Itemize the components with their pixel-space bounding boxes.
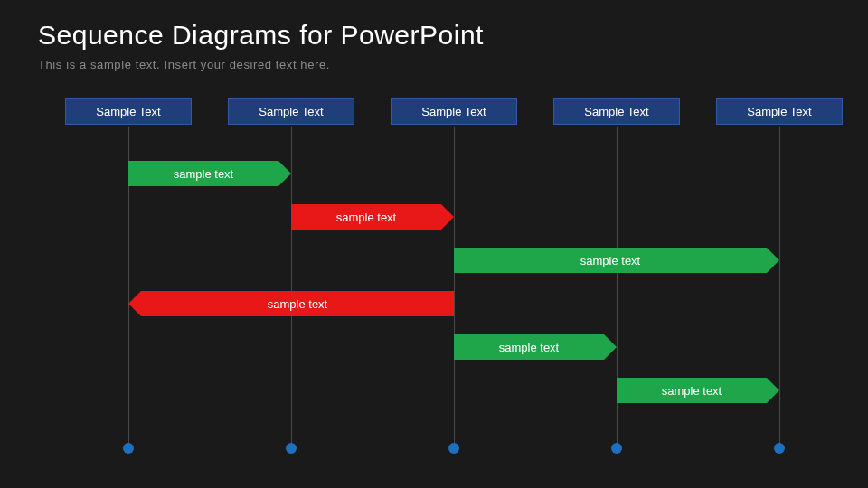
- lifeline-dot-1: [286, 443, 297, 454]
- lifeline-2: [454, 127, 455, 452]
- message-3: sample text: [141, 291, 454, 316]
- lifeline-1: [291, 127, 292, 452]
- message-5: sample text: [617, 378, 767, 403]
- lifeline-3: [617, 127, 618, 452]
- slide-subtitle: This is a sample text. Insert your desir…: [38, 58, 330, 71]
- lifeline-dot-0: [123, 443, 134, 454]
- sequence-diagram: Sample TextSample TextSample TextSample …: [47, 98, 825, 459]
- lane-header-4: Sample Text: [716, 98, 843, 125]
- message-0: sample text: [128, 161, 278, 186]
- message-2: sample text: [454, 248, 767, 273]
- lane-header-0: Sample Text: [65, 98, 192, 125]
- lane-header-2: Sample Text: [391, 98, 517, 125]
- message-1: sample text: [291, 204, 441, 230]
- message-4: sample text: [454, 334, 604, 360]
- slide-title: Sequence Diagrams for PowerPoint: [38, 20, 484, 51]
- lifeline-4: [779, 127, 780, 452]
- lifeline-dot-4: [774, 443, 785, 454]
- lane-header-1: Sample Text: [228, 98, 354, 125]
- slide: Sequence Diagrams for PowerPoint This is…: [0, 0, 868, 488]
- lifeline-dot-2: [448, 443, 459, 454]
- lifeline-dot-3: [611, 443, 622, 454]
- lane-header-3: Sample Text: [553, 98, 680, 125]
